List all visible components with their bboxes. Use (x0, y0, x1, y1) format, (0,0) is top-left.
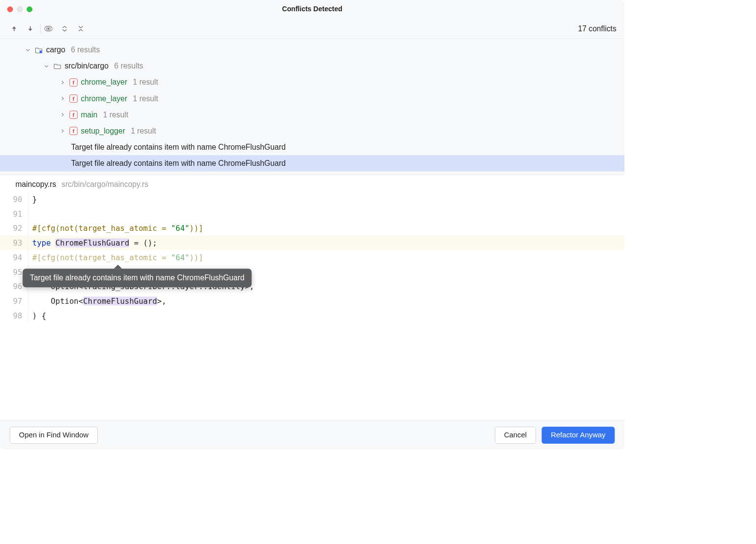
tree-label: chrome_layer (81, 78, 127, 87)
tree-label: chrome_layer (81, 94, 127, 103)
code-line: 92#[cfg(not(target_has_atomic = "64"))] (0, 221, 624, 236)
conflict-tooltip: Target file already contains item with n… (22, 269, 251, 287)
tree-count: 1 result (133, 78, 158, 87)
tree-count: 6 results (114, 62, 143, 70)
folder-icon (53, 62, 62, 70)
preview-button[interactable] (43, 23, 55, 35)
tree-label: main (81, 110, 97, 119)
expand-icon (62, 25, 68, 32)
code-line: 91 (0, 206, 624, 221)
chevron-down-icon (24, 46, 32, 54)
line-number: 90 (0, 192, 28, 206)
tree-message[interactable]: Target file already contains item with n… (0, 155, 624, 171)
tree-label: src/bin/cargo (65, 62, 109, 70)
toolbar: 17 conflicts (0, 19, 624, 39)
chevron-right-icon (59, 79, 67, 86)
tree-count: 1 result (103, 110, 128, 119)
function-icon: f (69, 78, 78, 87)
arrow-down-icon (27, 25, 33, 32)
conflict-count: 17 conflicts (578, 24, 617, 33)
code-line: 94#[cfg(not(target_has_atomic = "64"))] (0, 250, 624, 265)
code-text: } (28, 192, 37, 206)
code-line: 97 Option<ChromeFlushGuard>, (0, 294, 624, 309)
collapse-all-button[interactable] (75, 23, 87, 35)
tree-label: setup_logger (81, 127, 125, 136)
function-icon: f (69, 127, 78, 135)
code-line: 90} (0, 192, 624, 206)
collapse-icon (78, 25, 84, 32)
code-text (28, 206, 32, 221)
tree-label: cargo (46, 45, 65, 54)
code-text: #[cfg(not(target_has_atomic = "64"))] (28, 250, 203, 265)
tree-count: 6 results (71, 45, 100, 54)
tree-item[interactable]: fchrome_layer1 result (0, 91, 624, 107)
line-number: 91 (0, 206, 28, 221)
tree-message[interactable]: Target file already contains item with n… (0, 139, 624, 155)
svg-rect-1 (40, 50, 42, 53)
line-number: 94 (0, 250, 28, 265)
conflict-tree: cargo 6 results src/bin/cargo 6 results … (0, 39, 624, 175)
chevron-right-icon (59, 95, 67, 102)
chevron-right-icon (59, 111, 67, 118)
module-icon (35, 46, 43, 54)
line-number: 92 (0, 221, 28, 236)
breadcrumb-path: src/bin/cargo/maincopy.rs (62, 180, 149, 188)
tree-item[interactable]: fchrome_layer1 result (0, 74, 624, 91)
tree-count: 1 result (133, 94, 158, 103)
function-icon: f (69, 94, 78, 103)
editor-area: maincopy.rs src/bin/cargo/maincopy.rs 90… (0, 175, 624, 420)
dialog-footer: Open in Find Window Cancel Refactor Anyw… (0, 420, 624, 449)
expand-all-button[interactable] (59, 23, 71, 35)
code-text: #[cfg(not(target_has_atomic = "64"))] (28, 221, 203, 236)
code-line: 98) { (0, 308, 624, 323)
refactor-anyway-button[interactable]: Refactor Anyway (542, 427, 615, 444)
window-title: Conflicts Detected (0, 5, 624, 14)
code-text: type ChromeFlushGuard = (); (28, 236, 157, 250)
code-view[interactable]: 90}9192#[cfg(not(target_has_atomic = "64… (0, 192, 624, 323)
dialog-window: Conflicts Detected 17 conflicts cargo 6 … (0, 0, 624, 450)
tree-message-text: Target file already contains item with n… (71, 159, 286, 168)
code-text: ) { (28, 308, 46, 323)
open-in-find-window-button[interactable]: Open in Find Window (10, 427, 98, 444)
next-conflict-button[interactable] (24, 23, 37, 35)
code-line: 93type ChromeFlushGuard = (); (0, 236, 624, 250)
tree-folder[interactable]: src/bin/cargo 6 results (0, 58, 624, 74)
line-number: 97 (0, 294, 28, 309)
tree-item[interactable]: fmain1 result (0, 107, 624, 123)
eye-icon (44, 25, 53, 31)
prev-conflict-button[interactable] (8, 23, 21, 35)
breadcrumb-file: maincopy.rs (15, 180, 56, 188)
svg-point-0 (47, 27, 49, 29)
cancel-button[interactable]: Cancel (495, 427, 536, 444)
line-number: 98 (0, 308, 28, 323)
chevron-down-icon (43, 63, 50, 70)
tree-item[interactable]: fsetup_logger1 result (0, 123, 624, 139)
breadcrumb: maincopy.rs src/bin/cargo/maincopy.rs (0, 175, 624, 192)
tree-count: 1 result (131, 127, 156, 136)
code-text: Option<ChromeFlushGuard>, (28, 294, 166, 309)
arrow-up-icon (11, 25, 17, 32)
titlebar: Conflicts Detected (0, 0, 624, 19)
chevron-right-icon (59, 127, 67, 135)
line-number: 93 (0, 236, 28, 250)
tree-root[interactable]: cargo 6 results (0, 42, 624, 58)
function-icon: f (69, 111, 78, 119)
tree-message-text: Target file already contains item with n… (71, 143, 286, 152)
toolbar-separator (41, 23, 41, 33)
